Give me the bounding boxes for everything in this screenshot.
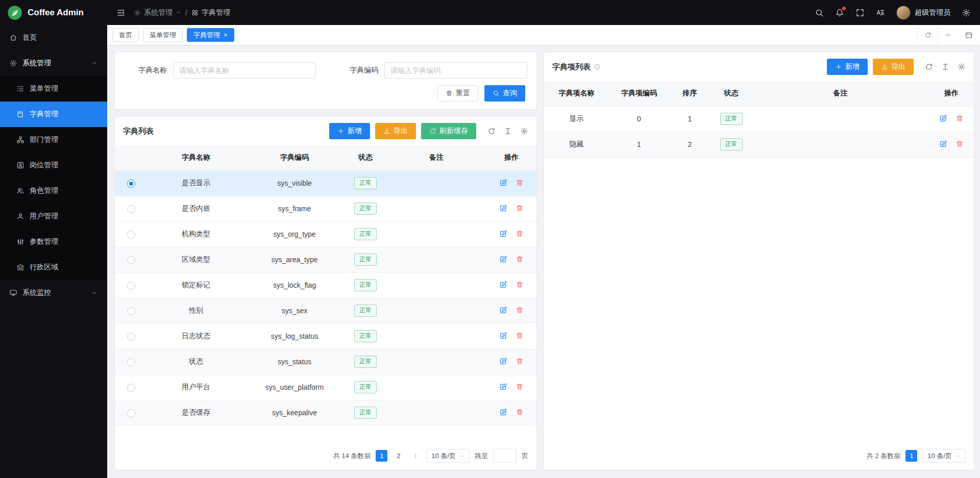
sidebar-item-user-mgmt[interactable]: 用户管理 (0, 204, 107, 229)
breadcrumb-item-system[interactable]: 系统管理 (134, 8, 181, 17)
delete-row-icon[interactable] (516, 383, 524, 391)
edit-row-icon[interactable] (499, 230, 507, 238)
edit-row-icon[interactable] (499, 255, 507, 263)
delete-row-icon[interactable] (516, 281, 524, 289)
edit-row-icon[interactable] (499, 357, 507, 365)
table-row[interactable]: 是否显示 sys_visible 正常 (115, 170, 536, 196)
table-row[interactable]: 区域类型 sys_area_type 正常 (115, 247, 536, 272)
edit-row-icon[interactable] (939, 140, 947, 148)
delete-row-icon[interactable] (955, 140, 964, 148)
layout-window-icon[interactable] (965, 31, 975, 39)
fullscreen-icon[interactable] (855, 8, 865, 17)
table-row[interactable]: 隐藏 1 2 正常 (544, 132, 974, 157)
sidebar-item-system-mgmt[interactable]: 系统管理 (0, 51, 107, 76)
dict-name-input[interactable] (173, 62, 316, 79)
delete-row-icon[interactable] (516, 408, 524, 416)
delete-row-icon[interactable] (516, 306, 524, 314)
sidebar-item-region-mgmt[interactable]: 行政区域 (0, 255, 107, 280)
query-button[interactable]: 查询 (484, 85, 525, 102)
tab-menu-mgmt[interactable]: 菜单管理 (143, 28, 183, 42)
sidebar-item-dept-mgmt[interactable]: 部门管理 (0, 127, 107, 153)
row-radio[interactable] (127, 384, 135, 392)
notification-bell-icon[interactable] (835, 8, 844, 17)
jump-page-input[interactable] (493, 449, 517, 463)
edit-row-icon[interactable] (499, 383, 507, 391)
edit-row-icon[interactable] (499, 332, 507, 340)
density-icon[interactable] (941, 63, 949, 71)
info-icon[interactable] (594, 63, 601, 70)
logo[interactable]: Coffee Admin (0, 0, 107, 25)
edit-row-icon[interactable] (939, 114, 947, 122)
breadcrumb-item-dict[interactable]: 字典管理 (191, 8, 230, 17)
table-row[interactable]: 是否缓存 sys_keepalive 正常 (115, 400, 536, 425)
page-button-1[interactable]: 1 (376, 450, 387, 462)
table-row[interactable]: 显示 0 1 正常 (544, 106, 974, 132)
row-radio[interactable] (127, 307, 135, 315)
reload-table-icon[interactable] (487, 127, 496, 135)
row-radio[interactable] (127, 409, 135, 417)
edit-row-icon[interactable] (499, 281, 507, 289)
column-settings-gear-icon[interactable] (958, 63, 966, 71)
settings-gear-icon[interactable] (962, 8, 971, 17)
page-size-select[interactable]: 10 条/页 (426, 449, 470, 463)
dict-item-panel: 字典项列表 新增 导出 (544, 53, 974, 470)
table-row[interactable]: 锁定标记 sys_lock_flag 正常 (115, 272, 536, 298)
menu-fold-icon[interactable] (116, 8, 126, 17)
delete-row-icon[interactable] (516, 357, 524, 365)
table-row[interactable]: 性别 sys_sex 正常 (115, 298, 536, 323)
row-radio[interactable] (127, 205, 135, 213)
table-row[interactable]: 是否内嵌 sys_frame 正常 (115, 196, 536, 221)
row-radio[interactable] (127, 358, 135, 366)
topbar: 系统管理 / 字典管理 超级管理员 (107, 0, 980, 25)
add-dict-button[interactable]: 新增 (329, 123, 370, 139)
refresh-page-icon[interactable] (918, 25, 938, 45)
table-row[interactable]: 状态 sys_status 正常 (115, 349, 536, 374)
table-row[interactable]: 日志状态 sys_log_status 正常 (115, 323, 536, 349)
sidebar-item-dict-mgmt[interactable]: 字典管理 (0, 102, 107, 127)
add-item-button[interactable]: 新增 (827, 59, 868, 75)
edit-row-icon[interactable] (499, 179, 507, 187)
delete-row-icon[interactable] (516, 204, 524, 212)
tab-close-icon[interactable]: × (224, 32, 228, 38)
sidebar-item-param-mgmt[interactable]: 参数管理 (0, 229, 107, 255)
row-radio[interactable] (127, 231, 135, 239)
page-size-select[interactable]: 10 条/页 (922, 449, 966, 463)
table-row[interactable]: 机构类型 sys_org_type 正常 (115, 221, 536, 247)
export-dict-button[interactable]: 导出 (375, 123, 416, 139)
search-icon[interactable] (815, 8, 824, 17)
user-menu[interactable]: 超级管理员 (896, 6, 950, 20)
tab-home[interactable]: 首页 (112, 28, 139, 42)
row-radio[interactable] (127, 180, 135, 188)
refresh-cache-button[interactable]: 刷新缓存 (421, 123, 476, 139)
row-radio[interactable] (127, 282, 135, 290)
sidebar-item-system-monitor[interactable]: 系统监控 (0, 280, 107, 306)
density-icon[interactable] (504, 127, 512, 135)
sidebar-item-home[interactable]: 首页 (0, 25, 107, 51)
edit-row-icon[interactable] (499, 204, 507, 212)
delete-row-icon[interactable] (516, 332, 524, 340)
row-radio[interactable] (127, 333, 135, 341)
sidebar-item-menu-mgmt[interactable]: 菜单管理 (0, 76, 107, 102)
sidebar-item-post-mgmt[interactable]: 岗位管理 (0, 153, 107, 178)
sidebar-item-role-mgmt[interactable]: 角色管理 (0, 178, 107, 204)
table-row[interactable]: 用户平台 sys_user_platform 正常 (115, 374, 536, 400)
delete-row-icon[interactable] (516, 255, 524, 263)
dict-code-input[interactable] (384, 62, 527, 79)
edit-row-icon[interactable] (499, 306, 507, 314)
translate-icon[interactable] (876, 8, 885, 17)
page-button-2[interactable]: 2 (393, 450, 404, 462)
reset-button[interactable]: 重置 (437, 85, 478, 102)
page-button-1[interactable]: 1 (905, 450, 917, 462)
delete-row-icon[interactable] (955, 114, 964, 122)
sidebar-item-label: 系统管理 (22, 59, 51, 68)
delete-row-icon[interactable] (516, 179, 524, 187)
delete-row-icon[interactable] (516, 230, 524, 238)
column-settings-gear-icon[interactable] (520, 127, 528, 135)
tab-options-chevron-icon[interactable] (938, 25, 958, 45)
reload-table-icon[interactable] (925, 63, 933, 71)
next-page-icon[interactable] (409, 450, 421, 462)
row-radio[interactable] (127, 256, 135, 264)
tab-dict-mgmt[interactable]: 字典管理 × (187, 28, 234, 42)
export-item-button[interactable]: 导出 (873, 59, 914, 75)
edit-row-icon[interactable] (499, 408, 507, 416)
